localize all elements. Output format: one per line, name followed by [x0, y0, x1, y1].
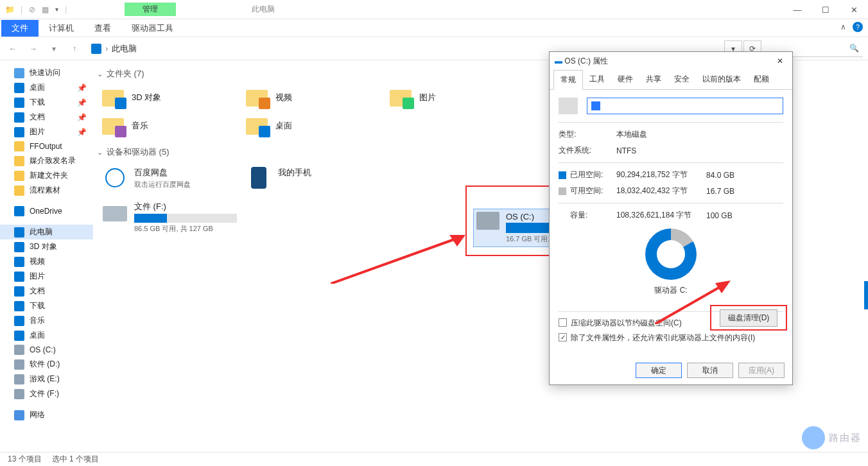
documents-icon	[14, 286, 24, 297]
folder-icon	[390, 87, 413, 108]
sidebar-3d-objects[interactable]: 3D 对象	[0, 239, 93, 254]
folder-icon	[102, 87, 125, 108]
sidebar-new-folder[interactable]: 新建文件夹	[0, 168, 93, 183]
minimize-button[interactable]: —	[783, 0, 812, 19]
sidebar-flow[interactable]: 流程素材	[0, 183, 93, 198]
sidebar-media[interactable]: 媒介致发名录	[0, 153, 93, 168]
disk-cleanup-button[interactable]: 磁盘清理(D)	[720, 309, 778, 327]
sidebar-label: 软件 (D:)	[30, 359, 60, 370]
close-button[interactable]: ✕	[840, 0, 868, 19]
sidebar-documents2[interactable]: 文档	[0, 284, 93, 298]
sidebar-game-e[interactable]: 游戏 (E:)	[0, 372, 93, 386]
ribbon-tab-drive-tools[interactable]: 驱动器工具	[121, 20, 184, 37]
ribbon-expand-button[interactable]: ∧	[840, 22, 846, 31]
device-my-phone[interactable]: 我的手机	[243, 164, 385, 192]
tab-prev-versions[interactable]: 以前的版本	[696, 70, 747, 89]
desktop-icon	[14, 83, 24, 93]
sidebar-downloads2[interactable]: 下载	[0, 298, 93, 313]
properties-icon[interactable]: ▦	[42, 5, 49, 14]
tab-tools[interactable]: 工具	[583, 70, 611, 89]
sidebar-osc[interactable]: OS (C:)	[0, 343, 93, 357]
folder-videos[interactable]: 视频	[243, 85, 385, 110]
volume-label-input[interactable]	[587, 98, 783, 114]
sidebar-label: 3D 对象	[30, 241, 57, 252]
disk-icon	[14, 389, 24, 399]
folder-music[interactable]: 音乐	[100, 113, 241, 139]
sidebar-label: FFOutput	[30, 142, 62, 151]
disk-icon	[14, 374, 24, 384]
disk-icon	[14, 359, 24, 370]
tab-sharing[interactable]: 共享	[639, 70, 668, 89]
sidebar-downloads[interactable]: 下载📌	[0, 95, 93, 110]
folder-pictures[interactable]: 图片	[387, 85, 528, 110]
quick-access-toolbar: 📁 | ⊘ ▦ ▾ |	[0, 5, 67, 14]
label-type: 类型:	[559, 129, 616, 140]
sidebar-this-pc[interactable]: 此电脑	[0, 225, 93, 239]
title-bar: 📁 | ⊘ ▦ ▾ | 管理 此电脑 — ☐ ✕	[0, 0, 868, 19]
sidebar-pictures[interactable]: 图片📌	[0, 125, 93, 139]
dialog-titlebar[interactable]: ▬ OS (C:) 属性 ✕	[550, 52, 792, 70]
sidebar-documents[interactable]: 文档📌	[0, 110, 93, 125]
watermark: 路由器	[802, 426, 862, 449]
tab-general[interactable]: 常规	[553, 70, 583, 90]
folder-label: 3D 对象	[132, 92, 161, 103]
nav-up-button[interactable]: ↑	[67, 41, 82, 56]
qat-dropdown[interactable]: ▾	[55, 6, 58, 13]
sidebar-label: 视频	[30, 256, 45, 267]
help-icon[interactable]: ?	[853, 22, 863, 32]
index-checkbox-row[interactable]: ✓除了文件属性外，还允许索引此驱动器上文件的内容(I)	[559, 331, 783, 345]
sidebar-network[interactable]: 网络	[0, 408, 93, 422]
capacity-donut-chart	[645, 229, 697, 280]
tab-hardware[interactable]: 硬件	[611, 70, 639, 89]
device-baidu[interactable]: 百度网盘双击运行百度网盘	[100, 164, 241, 192]
sidebar-soft-d[interactable]: 软件 (D:)	[0, 357, 93, 372]
sidebar-label: 文档	[30, 286, 45, 297]
sidebar-desktop[interactable]: 桌面📌	[0, 80, 93, 95]
downloads-icon	[14, 301, 24, 311]
sidebar-label: 网络	[30, 410, 45, 420]
ribbon: 文件 计算机 查看 驱动器工具 ∧ ?	[0, 19, 868, 37]
checkbox-unchecked[interactable]	[559, 318, 567, 327]
breadcrumb-location[interactable]: 此电脑	[112, 43, 137, 55]
nav-chevron-down[interactable]: ▾	[46, 41, 62, 56]
checkbox-checked[interactable]: ✓	[559, 333, 567, 341]
sidebar-label: 图片	[30, 126, 45, 137]
tab-security[interactable]: 安全	[668, 70, 696, 89]
drive-letter-label: 驱动器 C:	[559, 285, 783, 296]
folder-3d-objects[interactable]: 3D 对象	[100, 85, 241, 110]
folder-label: 图片	[419, 92, 436, 103]
sidebar-pictures2[interactable]: 图片	[0, 269, 93, 284]
folder-desktop[interactable]: 桌面	[243, 113, 385, 139]
sidebar-label: 桌面	[30, 330, 45, 341]
nav-forward-button[interactable]: →	[26, 41, 41, 56]
3d-icon	[14, 242, 24, 252]
ribbon-tab-file[interactable]: 文件	[1, 20, 39, 37]
maximize-button[interactable]: ☐	[812, 0, 840, 19]
sidebar-label: 音乐	[30, 315, 45, 326]
dialog-close-button[interactable]: ✕	[773, 56, 787, 65]
cancel-button[interactable]: 取消	[687, 363, 733, 378]
sidebar-quick-access[interactable]: 快速访问	[0, 65, 93, 80]
ribbon-tab-computer[interactable]: 计算机	[39, 20, 84, 37]
drive-large-icon	[559, 98, 578, 114]
undo-icon[interactable]: ⊘	[29, 5, 35, 14]
watermark-text: 路由器	[829, 432, 862, 444]
annotation-cleanup-highlight: 磁盘清理(D)	[710, 305, 787, 331]
pin-icon: 📌	[77, 128, 87, 137]
nav-back-button[interactable]: ←	[5, 41, 21, 56]
sidebar-onedrive[interactable]: OneDrive	[0, 204, 93, 218]
ok-button[interactable]: 确定	[636, 363, 682, 378]
sidebar-label: 桌面	[30, 82, 45, 93]
sidebar-ffoutput[interactable]: FFOutput	[0, 139, 93, 153]
sidebar-docs-f[interactable]: 文件 (F:)	[0, 386, 93, 401]
ribbon-tab-view[interactable]: 查看	[84, 20, 121, 37]
apply-button[interactable]: 应用(A)	[738, 363, 785, 378]
device-label: 我的手机	[278, 167, 311, 178]
device-docs-f[interactable]: 文件 (F:) 86.5 GB 可用, 共 127 GB	[100, 198, 241, 236]
label-capacity: 容量:	[559, 210, 616, 221]
sidebar-label: 媒介致发名录	[30, 155, 76, 166]
sidebar-desktop2[interactable]: 桌面	[0, 328, 93, 343]
tab-quota[interactable]: 配额	[747, 70, 776, 89]
sidebar-music[interactable]: 音乐	[0, 313, 93, 328]
sidebar-videos[interactable]: 视频	[0, 254, 93, 269]
